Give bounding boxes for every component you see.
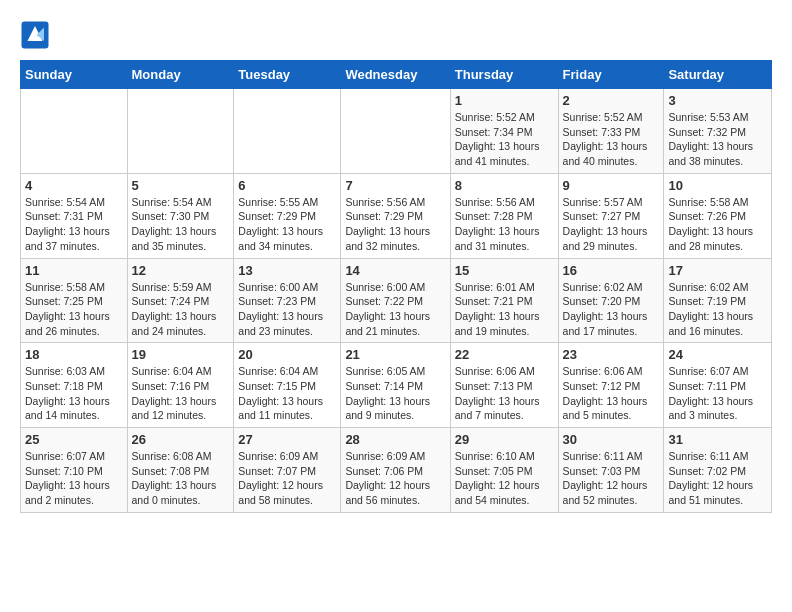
day-info: Sunrise: 5:59 AM Sunset: 7:24 PM Dayligh… xyxy=(132,280,230,339)
day-info: Sunrise: 6:00 AM Sunset: 7:23 PM Dayligh… xyxy=(238,280,336,339)
day-header-sunday: Sunday xyxy=(21,61,128,89)
calendar-cell: 21Sunrise: 6:05 AM Sunset: 7:14 PM Dayli… xyxy=(341,343,450,428)
day-info: Sunrise: 6:11 AM Sunset: 7:02 PM Dayligh… xyxy=(668,449,767,508)
calendar-cell: 23Sunrise: 6:06 AM Sunset: 7:12 PM Dayli… xyxy=(558,343,664,428)
day-number: 10 xyxy=(668,178,767,193)
calendar-cell xyxy=(341,89,450,174)
day-info: Sunrise: 6:11 AM Sunset: 7:03 PM Dayligh… xyxy=(563,449,660,508)
logo xyxy=(20,20,54,50)
day-header-thursday: Thursday xyxy=(450,61,558,89)
day-header-wednesday: Wednesday xyxy=(341,61,450,89)
day-number: 27 xyxy=(238,432,336,447)
calendar-cell: 29Sunrise: 6:10 AM Sunset: 7:05 PM Dayli… xyxy=(450,428,558,513)
day-number: 1 xyxy=(455,93,554,108)
day-number: 11 xyxy=(25,263,123,278)
calendar-cell: 18Sunrise: 6:03 AM Sunset: 7:18 PM Dayli… xyxy=(21,343,128,428)
day-number: 17 xyxy=(668,263,767,278)
day-number: 7 xyxy=(345,178,445,193)
day-info: Sunrise: 5:56 AM Sunset: 7:28 PM Dayligh… xyxy=(455,195,554,254)
day-info: Sunrise: 6:01 AM Sunset: 7:21 PM Dayligh… xyxy=(455,280,554,339)
day-number: 29 xyxy=(455,432,554,447)
day-info: Sunrise: 5:58 AM Sunset: 7:26 PM Dayligh… xyxy=(668,195,767,254)
day-number: 25 xyxy=(25,432,123,447)
day-info: Sunrise: 5:56 AM Sunset: 7:29 PM Dayligh… xyxy=(345,195,445,254)
calendar-cell: 6Sunrise: 5:55 AM Sunset: 7:29 PM Daylig… xyxy=(234,173,341,258)
calendar-cell: 13Sunrise: 6:00 AM Sunset: 7:23 PM Dayli… xyxy=(234,258,341,343)
calendar-cell: 1Sunrise: 5:52 AM Sunset: 7:34 PM Daylig… xyxy=(450,89,558,174)
calendar-cell: 5Sunrise: 5:54 AM Sunset: 7:30 PM Daylig… xyxy=(127,173,234,258)
calendar-cell: 24Sunrise: 6:07 AM Sunset: 7:11 PM Dayli… xyxy=(664,343,772,428)
day-info: Sunrise: 6:03 AM Sunset: 7:18 PM Dayligh… xyxy=(25,364,123,423)
logo-icon xyxy=(20,20,50,50)
calendar-cell: 11Sunrise: 5:58 AM Sunset: 7:25 PM Dayli… xyxy=(21,258,128,343)
calendar-cell xyxy=(234,89,341,174)
day-info: Sunrise: 6:06 AM Sunset: 7:12 PM Dayligh… xyxy=(563,364,660,423)
day-info: Sunrise: 6:02 AM Sunset: 7:20 PM Dayligh… xyxy=(563,280,660,339)
day-number: 15 xyxy=(455,263,554,278)
calendar-cell: 26Sunrise: 6:08 AM Sunset: 7:08 PM Dayli… xyxy=(127,428,234,513)
day-number: 21 xyxy=(345,347,445,362)
day-number: 24 xyxy=(668,347,767,362)
day-info: Sunrise: 5:55 AM Sunset: 7:29 PM Dayligh… xyxy=(238,195,336,254)
day-number: 4 xyxy=(25,178,123,193)
day-info: Sunrise: 6:08 AM Sunset: 7:08 PM Dayligh… xyxy=(132,449,230,508)
day-info: Sunrise: 6:06 AM Sunset: 7:13 PM Dayligh… xyxy=(455,364,554,423)
day-info: Sunrise: 5:54 AM Sunset: 7:30 PM Dayligh… xyxy=(132,195,230,254)
day-number: 26 xyxy=(132,432,230,447)
day-info: Sunrise: 6:10 AM Sunset: 7:05 PM Dayligh… xyxy=(455,449,554,508)
day-info: Sunrise: 6:09 AM Sunset: 7:07 PM Dayligh… xyxy=(238,449,336,508)
day-info: Sunrise: 5:52 AM Sunset: 7:34 PM Dayligh… xyxy=(455,110,554,169)
calendar-cell: 12Sunrise: 5:59 AM Sunset: 7:24 PM Dayli… xyxy=(127,258,234,343)
days-header-row: SundayMondayTuesdayWednesdayThursdayFrid… xyxy=(21,61,772,89)
calendar-cell: 2Sunrise: 5:52 AM Sunset: 7:33 PM Daylig… xyxy=(558,89,664,174)
calendar-cell: 15Sunrise: 6:01 AM Sunset: 7:21 PM Dayli… xyxy=(450,258,558,343)
day-number: 8 xyxy=(455,178,554,193)
day-number: 18 xyxy=(25,347,123,362)
calendar-cell: 28Sunrise: 6:09 AM Sunset: 7:06 PM Dayli… xyxy=(341,428,450,513)
calendar-cell: 3Sunrise: 5:53 AM Sunset: 7:32 PM Daylig… xyxy=(664,89,772,174)
day-number: 20 xyxy=(238,347,336,362)
day-info: Sunrise: 6:05 AM Sunset: 7:14 PM Dayligh… xyxy=(345,364,445,423)
week-row-1: 1Sunrise: 5:52 AM Sunset: 7:34 PM Daylig… xyxy=(21,89,772,174)
day-info: Sunrise: 5:58 AM Sunset: 7:25 PM Dayligh… xyxy=(25,280,123,339)
header xyxy=(20,20,772,50)
calendar-cell xyxy=(127,89,234,174)
day-number: 28 xyxy=(345,432,445,447)
calendar-cell: 19Sunrise: 6:04 AM Sunset: 7:16 PM Dayli… xyxy=(127,343,234,428)
calendar-cell: 8Sunrise: 5:56 AM Sunset: 7:28 PM Daylig… xyxy=(450,173,558,258)
calendar-cell: 14Sunrise: 6:00 AM Sunset: 7:22 PM Dayli… xyxy=(341,258,450,343)
day-info: Sunrise: 6:09 AM Sunset: 7:06 PM Dayligh… xyxy=(345,449,445,508)
calendar-cell: 7Sunrise: 5:56 AM Sunset: 7:29 PM Daylig… xyxy=(341,173,450,258)
day-info: Sunrise: 5:52 AM Sunset: 7:33 PM Dayligh… xyxy=(563,110,660,169)
calendar-cell: 20Sunrise: 6:04 AM Sunset: 7:15 PM Dayli… xyxy=(234,343,341,428)
week-row-4: 18Sunrise: 6:03 AM Sunset: 7:18 PM Dayli… xyxy=(21,343,772,428)
day-header-friday: Friday xyxy=(558,61,664,89)
day-number: 6 xyxy=(238,178,336,193)
day-number: 3 xyxy=(668,93,767,108)
day-info: Sunrise: 6:04 AM Sunset: 7:15 PM Dayligh… xyxy=(238,364,336,423)
week-row-3: 11Sunrise: 5:58 AM Sunset: 7:25 PM Dayli… xyxy=(21,258,772,343)
calendar-cell: 30Sunrise: 6:11 AM Sunset: 7:03 PM Dayli… xyxy=(558,428,664,513)
day-number: 22 xyxy=(455,347,554,362)
day-number: 9 xyxy=(563,178,660,193)
day-number: 5 xyxy=(132,178,230,193)
day-info: Sunrise: 6:00 AM Sunset: 7:22 PM Dayligh… xyxy=(345,280,445,339)
day-info: Sunrise: 6:07 AM Sunset: 7:10 PM Dayligh… xyxy=(25,449,123,508)
day-number: 13 xyxy=(238,263,336,278)
calendar-cell: 31Sunrise: 6:11 AM Sunset: 7:02 PM Dayli… xyxy=(664,428,772,513)
week-row-2: 4Sunrise: 5:54 AM Sunset: 7:31 PM Daylig… xyxy=(21,173,772,258)
calendar-table: SundayMondayTuesdayWednesdayThursdayFrid… xyxy=(20,60,772,513)
day-info: Sunrise: 6:04 AM Sunset: 7:16 PM Dayligh… xyxy=(132,364,230,423)
calendar-cell: 16Sunrise: 6:02 AM Sunset: 7:20 PM Dayli… xyxy=(558,258,664,343)
day-number: 12 xyxy=(132,263,230,278)
calendar-cell: 9Sunrise: 5:57 AM Sunset: 7:27 PM Daylig… xyxy=(558,173,664,258)
day-number: 31 xyxy=(668,432,767,447)
day-number: 19 xyxy=(132,347,230,362)
calendar-cell: 25Sunrise: 6:07 AM Sunset: 7:10 PM Dayli… xyxy=(21,428,128,513)
day-header-saturday: Saturday xyxy=(664,61,772,89)
day-header-tuesday: Tuesday xyxy=(234,61,341,89)
day-number: 14 xyxy=(345,263,445,278)
calendar-cell: 22Sunrise: 6:06 AM Sunset: 7:13 PM Dayli… xyxy=(450,343,558,428)
day-info: Sunrise: 5:53 AM Sunset: 7:32 PM Dayligh… xyxy=(668,110,767,169)
day-info: Sunrise: 6:02 AM Sunset: 7:19 PM Dayligh… xyxy=(668,280,767,339)
